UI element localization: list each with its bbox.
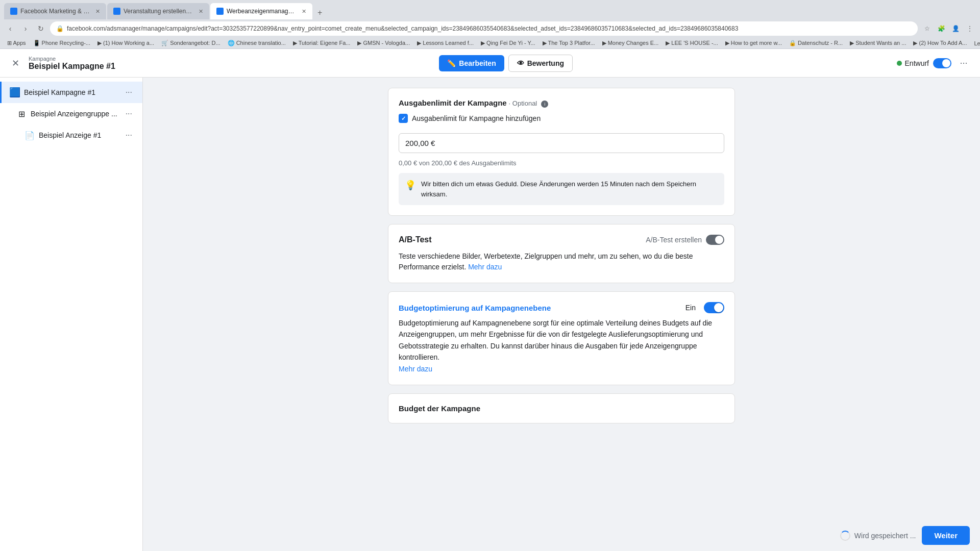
sidebar-item-anzeige[interactable]: 📄 Beispiel Anzeige #1 ··· (0, 124, 142, 146)
ausgabenlimit-card: Ausgabenlimit der Kampagne · Optional i … (388, 88, 735, 216)
tab-favicon-2 (113, 8, 120, 15)
info-box: 💡 Wir bitten dich um etwas Geduld. Diese… (399, 173, 724, 205)
browser-chrome: Facebook Marketing & Werb... ✕ Veranstal… (0, 0, 980, 49)
tab-2[interactable]: Veranstaltung erstellen | Face... ✕ (107, 3, 209, 19)
budget-kampagne-title: Budget der Kampagne (399, 404, 480, 413)
main: 🟦 Beispiel Kampagne #1 ··· ⊞ Beispiel An… (0, 78, 980, 551)
sidebar-anzeigengruppe-more[interactable]: ··· (124, 108, 134, 119)
budget-opt-mehr-dazu-link[interactable]: Mehr dazu (399, 365, 432, 373)
tab-favicon-3 (216, 8, 224, 15)
bookmark-6[interactable]: ▶ GMSN - Vologda... (354, 39, 413, 47)
optional-tag: · Optional (509, 99, 537, 107)
lightbulb-icon: 💡 (405, 180, 416, 191)
ausgabenlimit-title-row: Ausgabenlimit der Kampagne · Optional i (399, 98, 724, 108)
header-toggle[interactable] (933, 58, 951, 68)
new-tab-button[interactable]: + (313, 6, 326, 19)
bookmark-8[interactable]: ▶ Qing Fei De Yi - Y... (478, 39, 538, 47)
entwurf-status: Entwurf (897, 59, 929, 67)
info-icon[interactable]: i (541, 101, 548, 108)
budget-opt-toggle-row: Ein (685, 302, 724, 313)
saving-indicator: Wird gespeichert ... (840, 531, 916, 541)
footer: Wird gespeichert ... Weiter (830, 520, 980, 551)
extensions-button[interactable]: 🧩 (935, 22, 947, 35)
tab-1[interactable]: Facebook Marketing & Werb... ✕ (4, 3, 106, 19)
campaign-info: Kampagne Beispiel Kampagne #1 (29, 56, 115, 71)
bookmark-11[interactable]: ▶ LEE 'S HOUSE -... (663, 39, 721, 47)
content-area: Ausgabenlimit der Kampagne · Optional i … (143, 78, 980, 551)
budget-opt-toggle[interactable] (704, 302, 724, 313)
tab-label-2: Veranstaltung erstellen | Face... (124, 8, 193, 15)
budget-opt-toggle-label: Ein (685, 304, 696, 312)
bookmark-9[interactable]: ▶ The Top 3 Platfor... (540, 39, 598, 47)
info-box-text: Wir bitten dich um etwas Geduld. Diese Ä… (421, 179, 718, 199)
forward-button[interactable]: › (19, 22, 32, 35)
budget-opt-card: Budgetoptimierung auf Kampagnenebene Ein… (388, 291, 735, 385)
close-button[interactable]: ✕ (8, 56, 22, 70)
address-bar[interactable]: 🔒 facebook.com/adsmanager/manage/campaig… (50, 21, 918, 36)
bookmark-4[interactable]: 🌐 Chinese translatio... (225, 39, 289, 47)
entwurf-label: Entwurf (905, 59, 929, 67)
bookmark-14[interactable]: ▶ Student Wants an ... (847, 39, 909, 47)
ab-test-toggle-label: A/B-Test erstellen (646, 236, 702, 244)
bookmark-7[interactable]: ▶ Lessons Learned f... (414, 39, 477, 47)
back-button[interactable]: ‹ (4, 22, 16, 35)
bookmark-2[interactable]: ▶ (1) How Working a... (94, 39, 157, 47)
tab-close-1[interactable]: ✕ (95, 8, 100, 15)
bookmark-button[interactable]: ☆ (921, 22, 933, 35)
bookmark-13[interactable]: 🔒 Datenschutz - R... (786, 39, 846, 47)
sidebar-kampagne-more[interactable]: ··· (124, 87, 134, 98)
tab-close-3[interactable]: ✕ (302, 8, 306, 15)
ab-test-header: A/B-Test A/B-Test erstellen (399, 235, 724, 245)
campaign-label: Kampagne (29, 56, 115, 62)
bookmark-12[interactable]: ▶ How to get more w... (722, 39, 785, 47)
ab-test-title: A/B-Test (399, 235, 432, 244)
bookmark-1[interactable]: 📱 Phone Recycling-... (30, 39, 93, 47)
ab-test-card: A/B-Test A/B-Test erstellen Teste versch… (388, 224, 735, 283)
bookmark-apps[interactable]: ⊞ Apps (4, 39, 29, 47)
bearbeiten-label: Bearbeiten (459, 59, 496, 67)
tab-label-1: Facebook Marketing & Werb... (20, 8, 90, 15)
folder-icon: 🟦 (10, 87, 20, 97)
campaign-title: Beispiel Kampagne #1 (29, 62, 115, 71)
header: ✕ Kampagne Beispiel Kampagne #1 ✏️ Bearb… (0, 49, 980, 78)
weiter-button[interactable]: Weiter (922, 526, 970, 545)
status-dot (897, 61, 902, 66)
sidebar: 🟦 Beispiel Kampagne #1 ··· ⊞ Beispiel An… (0, 78, 143, 551)
ab-test-desc: Teste verschiedene Bilder, Werbetexte, Z… (399, 251, 724, 272)
sidebar-anzeigengruppe-label: Beispiel Anzeigengruppe ... (31, 110, 119, 118)
budget-opt-title: Budgetoptimierung auf Kampagnenebene (399, 304, 551, 312)
content-inner: Ausgabenlimit der Kampagne · Optional i … (388, 88, 735, 423)
bearbeiten-button[interactable]: ✏️ Bearbeiten (439, 55, 504, 71)
sidebar-anzeige-more[interactable]: ··· (124, 130, 134, 141)
bookmark-10[interactable]: ▶ Money Changes E... (599, 39, 662, 47)
sidebar-item-kampagne[interactable]: 🟦 Beispiel Kampagne #1 ··· (0, 82, 142, 103)
bookmark-16[interactable]: Leselis (971, 39, 980, 47)
tab-label-3: Werbeanzeigenmanager - W... (227, 8, 297, 15)
grid-icon: ⊞ (16, 109, 27, 119)
eye-icon: 👁 (517, 59, 524, 67)
edit-icon: ✏️ (447, 59, 456, 67)
ab-test-mehr-dazu-link[interactable]: Mehr dazu (468, 263, 502, 271)
spinner-icon (840, 531, 850, 541)
reload-button[interactable]: ↻ (35, 22, 47, 35)
checkbox-label: Ausgabenlimit für Kampagne hinzufügen (412, 114, 541, 122)
ab-test-controls: A/B-Test erstellen (646, 235, 724, 245)
profile-button[interactable]: 👤 (949, 22, 962, 35)
amount-input[interactable] (399, 133, 724, 153)
ab-test-toggle[interactable] (706, 235, 724, 245)
sidebar-item-anzeigengruppe[interactable]: ⊞ Beispiel Anzeigengruppe ... ··· (0, 103, 142, 124)
menu-button[interactable]: ⋮ (964, 22, 976, 35)
more-options-button[interactable]: ··· (955, 55, 972, 71)
ausgabenlimit-checkbox[interactable] (399, 114, 408, 123)
bookmark-5[interactable]: ▶ Tutorial: Eigene Fa... (290, 39, 354, 47)
tab-3[interactable]: Werbeanzeigenmanager - W... ✕ (210, 3, 312, 19)
bookmarks-bar: ⊞ Apps 📱 Phone Recycling-... ▶ (1) How W… (0, 38, 980, 49)
app: ✕ Kampagne Beispiel Kampagne #1 ✏️ Bearb… (0, 49, 980, 551)
bookmark-15[interactable]: ▶ (2) How To Add A... (910, 39, 970, 47)
bewertung-button[interactable]: 👁 Bewertung (508, 55, 573, 72)
tab-close-2[interactable]: ✕ (199, 8, 203, 15)
saving-label: Wird gespeichert ... (854, 532, 916, 540)
budget-opt-desc: Budgetoptimierung auf Kampagnenebene sor… (399, 317, 724, 374)
bookmark-3[interactable]: 🛒 Sonderangebot: D... (158, 39, 224, 47)
sidebar-anzeige-label: Beispiel Anzeige #1 (39, 131, 119, 139)
